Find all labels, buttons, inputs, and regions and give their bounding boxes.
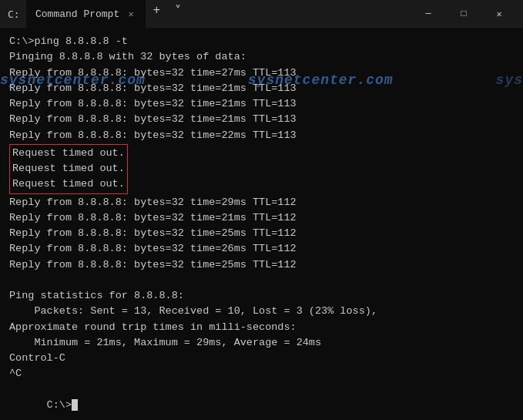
tab-label: Command Prompt bbox=[35, 8, 119, 20]
close-button[interactable]: ✕ bbox=[481, 0, 517, 28]
cursor bbox=[72, 399, 78, 411]
maximize-button[interactable]: □ bbox=[446, 0, 481, 28]
svg-text:C:: C: bbox=[8, 8, 20, 20]
reply-line-4: Reply from 8.8.8.8: bytes=32 time=21ms T… bbox=[9, 112, 514, 127]
timeout-line-1: Request timed out. bbox=[12, 146, 125, 161]
titlebar-tabs: Command Prompt ✕ + ˅ bbox=[26, 0, 411, 28]
stats-line-4: Minimum = 21ms, Maximum = 29ms, Average … bbox=[9, 335, 514, 351]
ping-header: Pinging 8.8.8.8 with 32 bytes of data: bbox=[9, 49, 514, 65]
reply2-line-3: Reply from 8.8.8.8: bytes=32 time=25ms T… bbox=[9, 226, 514, 241]
terminal-body[interactable]: sysnetcenter.com sysnetcenter.com sys C:… bbox=[0, 28, 523, 420]
reply2-line-1: Reply from 8.8.8.8: bytes=32 time=29ms T… bbox=[9, 195, 514, 210]
minimize-button[interactable]: — bbox=[411, 0, 446, 28]
timeout-line-2: Request timed out. bbox=[12, 161, 125, 176]
prompt-line: C:\> bbox=[9, 382, 514, 421]
tab-close-button[interactable]: ✕ bbox=[126, 8, 136, 19]
command-line: C:\>ping 8.8.8.8 -t bbox=[9, 34, 514, 49]
control-c-line: Control-C bbox=[9, 351, 514, 366]
reply-line-1: Reply from 8.8.8.8: bytes=32 time=27ms T… bbox=[9, 66, 514, 81]
active-tab[interactable]: Command Prompt ✕ bbox=[26, 0, 146, 28]
stats-line-3: Approximate round trip times in milli-se… bbox=[9, 320, 514, 335]
dropdown-button[interactable]: ˅ bbox=[167, 0, 189, 22]
titlebar: C: Command Prompt ✕ + ˅ — □ ✕ bbox=[0, 0, 523, 28]
reply-line-3: Reply from 8.8.8.8: bytes=32 time=21ms T… bbox=[9, 96, 514, 112]
app-icon: C: bbox=[6, 7, 20, 21]
cmd-window: C: Command Prompt ✕ + ˅ — □ ✕ sysnetcent… bbox=[0, 0, 523, 420]
stats-line-1: Ping statistics for 8.8.8.8: bbox=[9, 288, 514, 304]
reply-line-5: Reply from 8.8.8.8: bytes=32 time=22ms T… bbox=[9, 128, 514, 143]
new-tab-button[interactable]: + bbox=[146, 0, 167, 22]
window-controls: — □ ✕ bbox=[411, 0, 517, 28]
reply2-line-5: Reply from 8.8.8.8: bytes=32 time=25ms T… bbox=[9, 257, 514, 273]
stats-line-2: Packets: Sent = 13, Received = 10, Lost … bbox=[9, 304, 514, 319]
caret-c-line: ^C bbox=[9, 366, 514, 381]
blank-line bbox=[9, 273, 514, 288]
timed-out-block: Request timed out. Request timed out. Re… bbox=[9, 144, 128, 194]
reply-line-2: Reply from 8.8.8.8: bytes=32 time=21ms T… bbox=[9, 81, 514, 96]
reply2-line-4: Reply from 8.8.8.8: bytes=32 time=26ms T… bbox=[9, 241, 514, 257]
reply2-line-2: Reply from 8.8.8.8: bytes=32 time=21ms T… bbox=[9, 210, 514, 226]
timeout-line-3: Request timed out. bbox=[12, 176, 125, 192]
